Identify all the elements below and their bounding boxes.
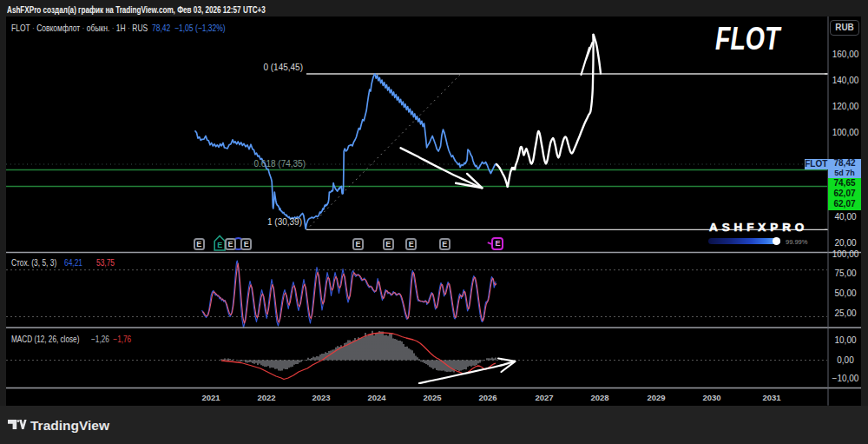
svg-text:E: E: [217, 241, 222, 249]
